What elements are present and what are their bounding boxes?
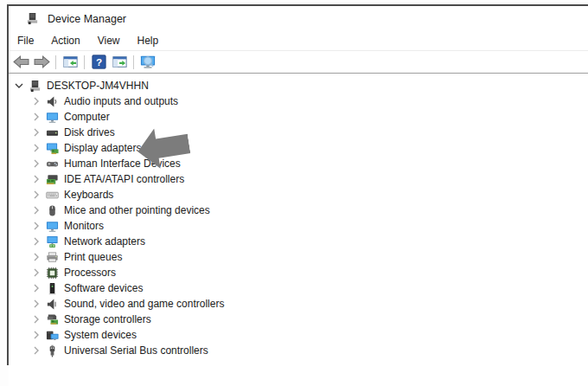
processor-icon [46, 267, 59, 280]
software-icon [46, 282, 59, 295]
device-manager-icon [26, 12, 40, 26]
monitor-icon [46, 111, 59, 124]
menubar: File Action View Help [9, 31, 588, 51]
tree-row[interactable]: Sound, video and game controllers [9, 296, 588, 312]
menu-view[interactable]: View [89, 32, 129, 49]
chevron-right-icon[interactable] [29, 297, 43, 311]
chevron-right-icon[interactable] [29, 141, 43, 155]
tree-row[interactable]: Monitors [9, 218, 588, 234]
device-tree-list: Audio inputs and outputs Computer Disk d… [9, 93, 588, 358]
tree-row[interactable]: Print queues [9, 249, 588, 265]
svg-text:?: ? [95, 56, 101, 68]
tree-row[interactable]: Audio inputs and outputs [9, 93, 588, 109]
usb-icon [46, 344, 59, 357]
back-button[interactable] [10, 53, 31, 72]
printer-icon [46, 251, 59, 264]
audio-icon [46, 95, 59, 108]
disk-icon [46, 126, 59, 139]
show-console-tree-button[interactable] [60, 53, 80, 72]
scan-hardware-button[interactable] [137, 53, 158, 72]
tree-row[interactable]: Universal Serial Bus controllers [9, 343, 588, 358]
monitor-icon [46, 220, 59, 233]
toolbar-separator [55, 55, 56, 69]
tree-row[interactable]: Display adapters [9, 140, 588, 156]
ide-icon [46, 173, 59, 186]
tree-row[interactable]: Network adapters [9, 234, 588, 249]
chevron-right-icon[interactable] [29, 172, 43, 186]
chevron-right-icon[interactable] [29, 203, 43, 217]
chevron-right-icon[interactable] [29, 94, 43, 108]
storage-icon [46, 313, 59, 326]
chevron-right-icon[interactable] [29, 125, 43, 139]
device-manager-window: Device Manager File Action View Help ? D… [0, 0, 588, 386]
menu-file[interactable]: File [9, 32, 42, 49]
tree-row[interactable]: System devices [9, 327, 588, 343]
network-icon [46, 235, 59, 248]
chevron-right-icon[interactable] [29, 281, 43, 295]
chevron-right-icon[interactable] [29, 266, 43, 280]
window-content: Device Manager File Action View Help ? D… [9, 6, 588, 386]
tree-root-label: DESKTOP-JM4VHHN [47, 80, 149, 92]
chevron-right-icon[interactable] [29, 235, 43, 248]
chevron-right-icon[interactable] [29, 312, 43, 326]
toolbar: ? [9, 51, 588, 74]
device-tree: DESKTOP-JM4VHHN Audio inputs and outputs… [9, 74, 588, 358]
forward-button[interactable] [31, 53, 52, 72]
tree-row[interactable]: Keyboards [9, 187, 588, 203]
tree-row[interactable]: Storage controllers [9, 312, 588, 327]
system-icon [46, 329, 59, 342]
hid-icon [46, 158, 59, 170]
chevron-right-icon[interactable] [29, 157, 43, 170]
sound-icon [46, 298, 59, 311]
display-adapter-icon [46, 142, 59, 155]
help-button[interactable]: ? [88, 53, 109, 72]
toolbar-separator [84, 55, 85, 69]
tree-row[interactable]: Software devices [9, 280, 588, 296]
chevron-right-icon[interactable] [29, 110, 43, 124]
computer-icon [29, 80, 42, 93]
tree-root-row[interactable]: DESKTOP-JM4VHHN [9, 78, 588, 93]
titlebar[interactable]: Device Manager [9, 6, 588, 31]
menu-help[interactable]: Help [129, 32, 168, 49]
tree-row[interactable]: Human Interface Devices [9, 156, 588, 171]
chevron-right-icon[interactable] [29, 250, 43, 264]
chevron-right-icon[interactable] [29, 219, 43, 233]
window-title: Device Manager [48, 13, 126, 25]
tree-row[interactable]: Computer [9, 109, 588, 125]
tree-row[interactable]: Disk drives [9, 125, 588, 140]
chevron-right-icon[interactable] [29, 328, 43, 342]
toolbar-separator [133, 55, 134, 69]
tree-row[interactable]: Mice and other pointing devices [9, 203, 588, 218]
mouse-icon [46, 204, 59, 217]
menu-action[interactable]: Action [42, 32, 88, 49]
tree-row[interactable]: Processors [9, 265, 588, 280]
keyboard-icon [46, 189, 59, 202]
tree-row[interactable]: IDE ATA/ATAPI controllers [9, 171, 588, 187]
show-action-pane-button[interactable] [109, 53, 130, 72]
chevron-down-icon[interactable] [12, 79, 26, 93]
chevron-right-icon[interactable] [29, 344, 43, 357]
chevron-right-icon[interactable] [29, 188, 43, 202]
